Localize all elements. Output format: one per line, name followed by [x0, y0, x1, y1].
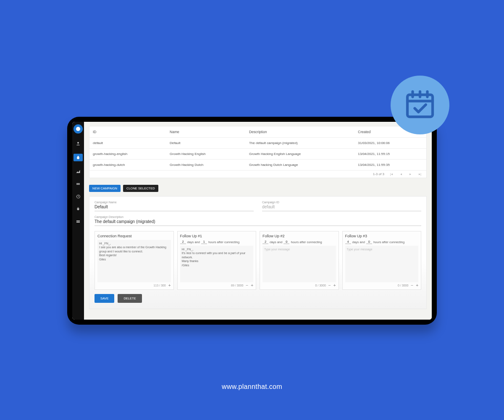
form-actions: SAVE DELETE: [94, 294, 421, 303]
sidebar: [72, 122, 84, 320]
card-title: Follow Up #3: [345, 234, 419, 238]
layers-icon[interactable]: [76, 181, 81, 186]
cell-name: Default: [166, 138, 246, 149]
cell-desc: Growth Hacking English Language: [246, 149, 354, 160]
table-row[interactable]: growth-hacking-english Growth Hacking En…: [89, 149, 426, 160]
days-input[interactable]: 2: [180, 240, 186, 244]
plus-icon[interactable]: +: [333, 283, 336, 288]
svg-rect-7: [76, 220, 80, 221]
table-actions: NEW CAMPAIGN CLONE SELECTED: [89, 185, 427, 192]
plus-icon[interactable]: +: [416, 283, 418, 288]
cell-desc: Growth hacking Dutch Language: [246, 160, 354, 171]
hours-label: hours after connecting: [373, 240, 404, 244]
campaign-desc-value: The default campaign (migrated): [94, 218, 421, 226]
history-icon[interactable]: [76, 194, 81, 199]
message-textarea[interactable]: Hi _FN_, I see you are also a member of …: [97, 240, 171, 282]
hours-input[interactable]: 1: [201, 240, 207, 244]
campaign-desc-label: Campaign Description: [94, 215, 421, 218]
app-logo[interactable]: [74, 124, 83, 134]
hours-input[interactable]: 0: [284, 240, 289, 244]
page-prev-icon[interactable]: ◂: [399, 172, 404, 176]
cell-created: 13/04/2021, 11:55:35: [354, 160, 426, 171]
person-icon[interactable]: [76, 141, 81, 146]
plus-icon[interactable]: +: [251, 283, 253, 288]
timing-row: 2 days and 0 hours after connecting: [262, 240, 336, 244]
table-row[interactable]: default Default The default campaign (mi…: [89, 138, 426, 149]
card-title: Follow Up #2: [262, 234, 336, 238]
hours-label: hours after connecting: [291, 240, 322, 244]
calendar-badge: [391, 76, 449, 134]
pagination: 1-3 of 3 |◂ ◂ ▸ ▸|: [89, 171, 426, 178]
page-canvas: ID Name Description Created default Defa…: [0, 0, 504, 420]
char-counter: 0 / 3000 − +: [345, 283, 419, 288]
campaign-table-panel: ID Name Description Created default Defa…: [89, 126, 427, 178]
days-input[interactable]: 2: [262, 240, 268, 244]
card-title: Follow Up #1: [180, 234, 254, 238]
timing-row: 4 days and 0 hours after connecting: [345, 240, 419, 244]
new-campaign-button[interactable]: NEW CAMPAIGN: [89, 185, 121, 192]
app-screen: ID Name Description Created default Defa…: [72, 122, 432, 320]
delete-button[interactable]: DELETE: [118, 294, 142, 303]
page-last-icon[interactable]: ▸|: [417, 172, 423, 176]
counter-text: 0 / 3000: [398, 284, 408, 287]
card-title: Connection Request: [97, 234, 171, 238]
message-textarea[interactable]: Type your message: [345, 246, 419, 282]
save-button[interactable]: SAVE: [94, 294, 114, 303]
table-row[interactable]: growth-hacking-dutch Growth Hacking Dutc…: [89, 160, 426, 171]
campaign-table: ID Name Description Created default Defa…: [89, 126, 426, 171]
char-counter: 113 / 300 +: [97, 283, 171, 288]
campaign-id-field: Campaign ID default: [262, 201, 421, 211]
hours-label: hours after connecting: [208, 240, 239, 244]
droplet-icon[interactable]: [74, 154, 83, 161]
campaign-form-panel: Campaign Name Default Campaign ID defaul…: [89, 196, 427, 309]
timing-row: 2 days and 1 hours after connecting: [180, 240, 254, 244]
minus-icon[interactable]: −: [246, 283, 248, 288]
minus-icon[interactable]: −: [411, 283, 413, 288]
days-label: days and: [352, 240, 365, 244]
svg-point-5: [77, 142, 79, 144]
days-input[interactable]: 4: [345, 240, 351, 244]
pagination-text: 1-3 of 3: [373, 172, 384, 176]
char-counter: 0 / 3000 − +: [262, 283, 336, 288]
site-url: www.plannthat.com: [0, 383, 504, 391]
campaign-name-value: Default: [94, 204, 254, 211]
svg-rect-8: [76, 222, 80, 223]
campaign-id-label: Campaign ID: [262, 201, 421, 204]
hours-input[interactable]: 0: [366, 240, 372, 244]
grid-icon[interactable]: [76, 219, 81, 224]
message-textarea[interactable]: Hi _FN_, It's nice to connect with you a…: [180, 246, 254, 282]
message-textarea[interactable]: Type your message: [262, 246, 336, 282]
campaign-desc-field[interactable]: Campaign Description The default campaig…: [94, 215, 421, 226]
page-next-icon[interactable]: ▸: [408, 172, 413, 176]
chart-icon[interactable]: [76, 169, 81, 174]
plus-icon[interactable]: +: [168, 283, 171, 288]
main-content: ID Name Description Created default Defa…: [84, 122, 432, 320]
calendar-check-icon: [403, 87, 437, 123]
campaign-id-value: default: [262, 204, 421, 211]
counter-text: 113 / 300: [153, 284, 165, 287]
plug-icon[interactable]: [76, 207, 81, 212]
counter-text: 89 / 3000: [231, 284, 243, 287]
connection-request-card: Connection Request Hi _FN_, I see you ar…: [94, 231, 174, 290]
cell-id: default: [89, 138, 166, 149]
followup-2-card: Follow Up #2 2 days and 0 hours after co…: [260, 231, 339, 290]
days-label: days and: [270, 240, 282, 244]
cell-id: growth-hacking-english: [89, 149, 166, 160]
char-counter: 89 / 3000 − +: [180, 283, 254, 288]
followup-1-card: Follow Up #1 2 days and 1 hours after co…: [177, 231, 257, 290]
message-cards: Connection Request Hi _FN_, I see you ar…: [94, 231, 421, 290]
campaign-name-label: Campaign Name: [94, 201, 254, 204]
col-id: ID: [89, 126, 166, 138]
cell-desc: The default campaign (migrated): [246, 138, 354, 149]
cell-created: 31/03/2021, 10:06:06: [354, 138, 426, 149]
col-name: Name: [166, 126, 246, 138]
page-first-icon[interactable]: |◂: [388, 172, 394, 176]
minus-icon[interactable]: −: [328, 283, 331, 288]
clone-selected-button[interactable]: CLONE SELECTED: [123, 185, 158, 192]
device-frame: ID Name Description Created default Defa…: [67, 117, 437, 325]
cell-name: Growth Hacking English: [166, 149, 246, 160]
followup-3-card: Follow Up #3 4 days and 0 hours after co…: [342, 231, 422, 290]
campaign-name-field[interactable]: Campaign Name Default: [94, 201, 254, 211]
days-label: days and: [187, 240, 200, 244]
col-description: Description: [246, 126, 354, 138]
